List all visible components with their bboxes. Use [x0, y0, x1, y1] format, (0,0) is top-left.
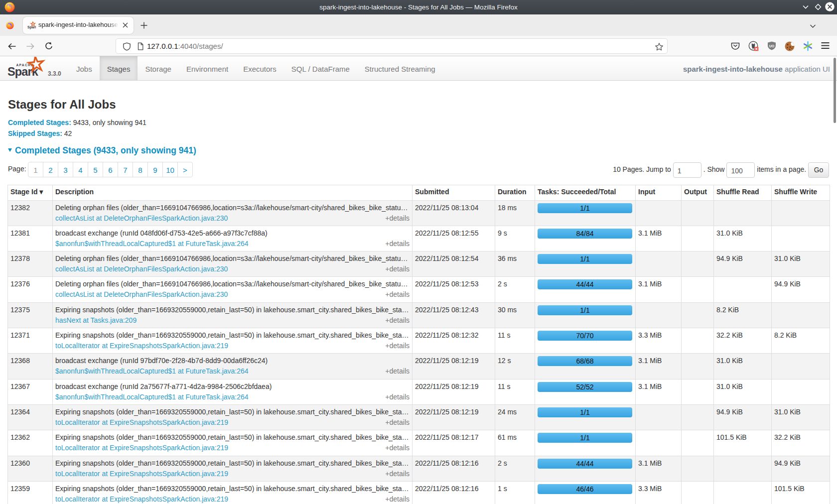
svg-text:Spark: Spark [7, 65, 39, 78]
svg-text:UO: UO [769, 44, 775, 48]
